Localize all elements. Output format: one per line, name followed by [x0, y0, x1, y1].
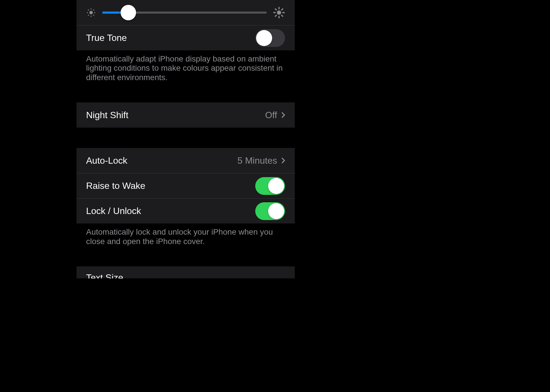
chevron-right-icon — [281, 112, 285, 118]
svg-point-9 — [277, 11, 281, 15]
svg-point-6 — [93, 9, 94, 11]
true-tone-row[interactable]: True Tone — [76, 25, 295, 50]
brightness-slider-row — [76, 0, 295, 25]
svg-point-5 — [88, 9, 89, 11]
auto-lock-row[interactable]: Auto-Lock 5 Minutes — [76, 148, 295, 173]
raise-to-wake-label: Raise to Wake — [86, 181, 146, 191]
raise-to-wake-row[interactable]: Raise to Wake — [76, 173, 295, 198]
night-shift-row[interactable]: Night Shift Off — [76, 102, 295, 128]
auto-lock-right: 5 Minutes — [237, 155, 285, 166]
brightness-section: True Tone — [76, 0, 295, 50]
toggle-knob — [268, 178, 284, 194]
svg-point-2 — [91, 16, 92, 17]
night-shift-right: Off — [265, 110, 285, 120]
true-tone-toggle[interactable] — [255, 29, 285, 47]
svg-line-16 — [275, 15, 276, 16]
svg-line-15 — [282, 15, 283, 16]
true-tone-description: Automatically adapt iPhone display based… — [76, 50, 295, 82]
text-size-row[interactable]: Text Size — [76, 266, 295, 278]
true-tone-label: True Tone — [86, 33, 127, 43]
auto-lock-value: 5 Minutes — [237, 155, 277, 166]
svg-point-7 — [88, 15, 89, 16]
toggle-knob — [268, 203, 284, 219]
raise-to-wake-toggle[interactable] — [255, 177, 285, 195]
night-shift-section: Night Shift Off — [76, 102, 295, 128]
brightness-slider[interactable] — [102, 5, 267, 20]
svg-point-3 — [87, 12, 88, 13]
brightness-slider-thumb[interactable] — [121, 5, 136, 20]
svg-line-17 — [282, 9, 283, 10]
lock-section: Auto-Lock 5 Minutes Raise to Wake Lock /… — [76, 148, 295, 223]
text-size-section: Text Size — [76, 266, 295, 278]
night-shift-label: Night Shift — [86, 110, 129, 120]
lock-unlock-toggle[interactable] — [255, 202, 285, 220]
lock-unlock-label: Lock / Unlock — [86, 206, 141, 216]
auto-lock-label: Auto-Lock — [86, 155, 127, 166]
brightness-low-icon — [86, 8, 96, 17]
svg-point-8 — [93, 15, 94, 16]
svg-point-1 — [91, 8, 92, 9]
toggle-knob — [256, 30, 272, 46]
svg-line-14 — [275, 9, 276, 10]
night-shift-value: Off — [265, 110, 277, 120]
brightness-high-icon — [273, 7, 285, 19]
display-settings-panel: True Tone Automatically adapt iPhone dis… — [76, 0, 295, 278]
svg-point-4 — [94, 12, 95, 13]
text-size-label: Text Size — [86, 272, 123, 278]
svg-point-0 — [89, 11, 93, 14]
chevron-right-icon — [281, 157, 285, 164]
lock-unlock-description: Automatically lock and unlock your iPhon… — [76, 223, 295, 246]
lock-unlock-row[interactable]: Lock / Unlock — [76, 198, 295, 223]
